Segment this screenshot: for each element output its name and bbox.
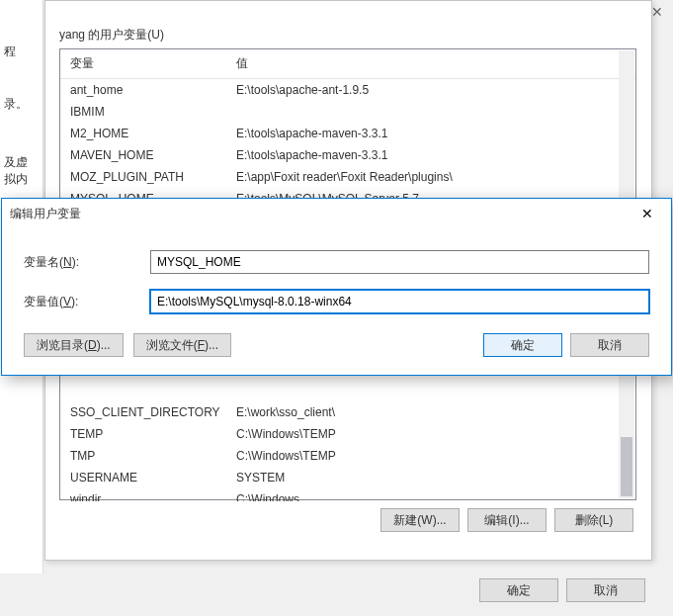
modal-titlebar[interactable]: 编辑用户变量 ✕ xyxy=(2,199,671,228)
var-value-label: 变量值(V): xyxy=(24,294,150,310)
table-row[interactable]: MOZ_PLUGIN_PATHE:\app\Foxit reader\Foxit… xyxy=(60,166,635,188)
dialog-button-row: 确定 取消 xyxy=(479,578,645,602)
var-name-input[interactable] xyxy=(150,250,649,274)
table-row[interactable]: SSO_CLIENT_DIRECTORYE:\work\sso_client\ xyxy=(60,401,635,423)
edit-button[interactable]: 编辑(I)... xyxy=(467,508,547,532)
fragment-text: 程 xyxy=(4,44,39,60)
close-icon[interactable]: ✕ xyxy=(651,4,663,20)
listbox-button-row: 新建(W)... 编辑(I)... 删除(L) xyxy=(380,508,633,532)
column-variable[interactable]: 变量 xyxy=(60,49,226,78)
fragment-text: 及虚拟内 xyxy=(4,154,39,188)
var-value-row: 变量值(V): xyxy=(24,290,649,313)
modal-body: 变量名(N): 变量值(V): 浏览目录(D)... 浏览文件(F)... 确定… xyxy=(2,228,671,375)
table-row[interactable]: windirC:\Windows xyxy=(60,488,635,501)
ok-button[interactable]: 确定 xyxy=(483,333,562,357)
var-name-label: 变量名(N): xyxy=(24,254,150,271)
delete-button[interactable]: 删除(L) xyxy=(554,508,633,532)
edit-user-var-dialog: 编辑用户变量 ✕ 变量名(N): 变量值(V): 浏览目录(D)... 浏览文件… xyxy=(1,198,672,376)
table-row[interactable]: TMPC:\Windows\TEMP xyxy=(60,445,635,467)
listbox-header[interactable]: 变量 值 xyxy=(60,49,635,79)
cancel-button[interactable]: 取消 xyxy=(570,333,649,357)
browse-file-button[interactable]: 浏览文件(F)... xyxy=(133,333,231,357)
table-row[interactable]: M2_HOMEE:\tools\apache-maven-3.3.1 xyxy=(60,123,635,144)
fragment-text: 录。 xyxy=(4,96,39,113)
table-row[interactable]: MAVEN_HOMEE:\tools\apache-maven-3.3.1 xyxy=(60,144,635,166)
column-value[interactable]: 值 xyxy=(226,49,635,78)
close-icon[interactable]: ✕ xyxy=(631,206,663,221)
table-row[interactable]: USERNAMESYSTEM xyxy=(60,467,635,488)
var-value-input[interactable] xyxy=(150,290,649,313)
browse-dir-button[interactable]: 浏览目录(D)... xyxy=(24,333,124,357)
table-row[interactable]: IBMIM xyxy=(60,101,635,123)
user-vars-label: yang 的用户变量(U) xyxy=(59,27,164,44)
modal-button-row: 浏览目录(D)... 浏览文件(F)... 确定 取消 xyxy=(24,333,649,357)
ok-button[interactable]: 确定 xyxy=(479,578,558,602)
table-row[interactable]: ant_homeE:\tools\apache-ant-1.9.5 xyxy=(60,79,635,101)
table-row[interactable]: TEMPC:\Windows\TEMP xyxy=(60,423,635,445)
modal-title: 编辑用户变量 xyxy=(10,206,81,222)
new-button[interactable]: 新建(W)... xyxy=(380,508,460,532)
scrollbar-thumb[interactable] xyxy=(621,437,632,496)
cancel-button[interactable]: 取消 xyxy=(566,578,645,602)
var-name-row: 变量名(N): xyxy=(24,250,649,274)
